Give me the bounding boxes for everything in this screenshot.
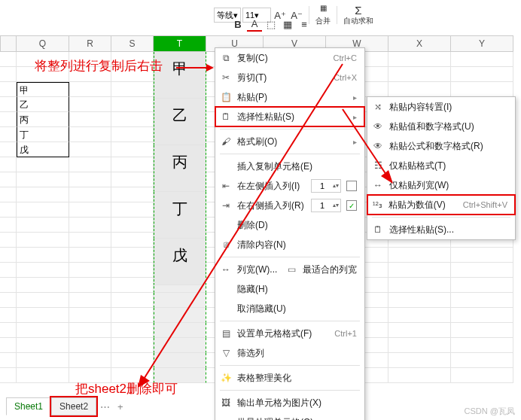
cell[interactable] xyxy=(69,157,111,172)
insert-left-count[interactable] xyxy=(312,180,333,192)
cell[interactable] xyxy=(451,368,513,383)
cell[interactable] xyxy=(388,82,451,97)
sub-values-numfmt[interactable]: 👁粘贴值和数字格式(U) xyxy=(367,117,515,136)
cell[interactable] xyxy=(451,52,513,67)
cell[interactable] xyxy=(154,353,206,368)
cell[interactable] xyxy=(451,338,513,353)
cell[interactable] xyxy=(0,338,17,353)
cell-T-merged[interactable]: 甲 xyxy=(154,52,206,99)
sub-transpose[interactable]: ⤭粘贴内容转置(I) xyxy=(367,97,515,117)
cell[interactable] xyxy=(69,368,111,383)
col-header-X[interactable]: X xyxy=(388,35,451,52)
cell[interactable] xyxy=(17,52,69,67)
cell[interactable] xyxy=(69,127,111,142)
ctx-export-img[interactable]: 🖼输出单元格为图片(X) xyxy=(215,393,364,412)
cell[interactable] xyxy=(451,67,513,82)
cell[interactable] xyxy=(388,293,451,308)
ctx-batch[interactable]: 批量处理单元格(Q) xyxy=(215,412,364,420)
cell[interactable] xyxy=(17,338,69,353)
cell[interactable] xyxy=(0,202,17,218)
cell[interactable] xyxy=(17,248,69,263)
col-header-Y[interactable]: Y xyxy=(451,35,513,52)
cell[interactable] xyxy=(0,127,17,142)
cell[interactable] xyxy=(111,338,154,353)
cell[interactable] xyxy=(111,52,154,67)
cell[interactable] xyxy=(154,368,206,383)
sub-paste-as-values[interactable]: ¹²₃粘贴为数值(V)Ctrl+Shift+V xyxy=(367,195,515,215)
cell[interactable] xyxy=(111,323,154,338)
cell[interactable] xyxy=(111,202,154,218)
cell[interactable] xyxy=(17,157,69,172)
cell[interactable] xyxy=(154,308,206,323)
cell[interactable] xyxy=(0,157,17,172)
cell[interactable] xyxy=(451,248,513,263)
cell[interactable] xyxy=(111,353,154,368)
cell[interactable] xyxy=(451,353,513,368)
cell[interactable] xyxy=(388,323,451,338)
cell[interactable] xyxy=(451,263,513,278)
cell[interactable] xyxy=(0,248,17,263)
cell[interactable] xyxy=(17,187,69,202)
cell[interactable] xyxy=(17,308,69,323)
ctx-paste[interactable]: 📋粘贴(P)▸ xyxy=(215,87,364,107)
cell[interactable] xyxy=(111,187,154,202)
ctx-beautify[interactable]: ✨表格整理美化 xyxy=(215,368,364,388)
col-header-S[interactable]: S xyxy=(111,35,154,52)
cell[interactable] xyxy=(111,263,154,278)
cell[interactable] xyxy=(388,263,451,278)
cell[interactable] xyxy=(69,323,111,338)
cell[interactable] xyxy=(111,67,154,82)
cell[interactable] xyxy=(69,218,111,233)
sub-formats-only[interactable]: ☷仅粘贴格式(T) xyxy=(367,156,515,175)
sub-paste-special[interactable]: 🗒选择性粘贴(S)... xyxy=(367,220,515,239)
border-icon[interactable]: ▦ xyxy=(280,17,295,32)
cell[interactable] xyxy=(17,218,69,233)
cell[interactable] xyxy=(69,97,111,112)
cell[interactable] xyxy=(451,323,513,338)
sub-formulas-numfmt[interactable]: 👁粘贴公式和数字格式(R) xyxy=(367,136,515,156)
cell[interactable] xyxy=(69,172,111,187)
cell[interactable]: 丁 xyxy=(17,127,69,142)
cell[interactable] xyxy=(154,323,206,338)
cell[interactable] xyxy=(111,278,154,293)
cell-T-merged[interactable]: 戊 xyxy=(154,239,206,285)
cell[interactable] xyxy=(69,112,111,127)
cell[interactable] xyxy=(111,308,154,323)
cell[interactable] xyxy=(17,233,69,248)
cell-T-merged[interactable]: 丙 xyxy=(154,145,206,192)
cell[interactable] xyxy=(69,142,111,157)
cell[interactable]: 戊 xyxy=(17,142,69,157)
ctx-cell-format[interactable]: ▤设置单元格格式(F)Ctrl+1 xyxy=(215,324,364,343)
cell[interactable] xyxy=(0,52,17,67)
ctx-clear[interactable]: ⎚清除内容(N) xyxy=(215,235,364,254)
cell[interactable] xyxy=(388,278,451,293)
bold-icon[interactable]: B xyxy=(230,17,245,32)
cell[interactable] xyxy=(0,97,17,112)
cell[interactable]: 丙 xyxy=(17,112,69,127)
insert-left-check-icon[interactable] xyxy=(346,181,357,191)
cell[interactable]: 乙 xyxy=(17,97,69,112)
cell[interactable] xyxy=(0,82,17,97)
cell[interactable] xyxy=(0,278,17,293)
sub-col-widths[interactable]: ↔仅粘贴列宽(W) xyxy=(367,175,515,195)
cell[interactable] xyxy=(0,308,17,323)
insert-right-count[interactable] xyxy=(312,199,333,212)
insert-right-check-icon[interactable]: ✓ xyxy=(346,200,357,211)
cell[interactable] xyxy=(69,233,111,248)
cell[interactable] xyxy=(111,97,154,112)
col-header-T[interactable]: T xyxy=(154,35,206,52)
tab-sheet2[interactable]: Sheet2 xyxy=(51,397,96,415)
ctx-col-width[interactable]: ↔列宽(W)...▭最适合的列宽 xyxy=(215,260,364,279)
tab-sheet1[interactable]: Sheet1 xyxy=(6,397,51,415)
align-icon[interactable]: ≡ xyxy=(297,17,312,32)
cell[interactable] xyxy=(69,278,111,293)
cell[interactable] xyxy=(111,82,154,97)
cell-T-merged[interactable]: 乙 xyxy=(154,99,206,145)
cell[interactable] xyxy=(0,142,17,157)
cell[interactable] xyxy=(388,308,451,323)
ctx-hide[interactable]: 隐藏(H) xyxy=(215,279,364,299)
cell[interactable] xyxy=(388,52,451,67)
cell[interactable] xyxy=(0,323,17,338)
cell[interactable] xyxy=(0,172,17,187)
cell[interactable] xyxy=(111,293,154,308)
